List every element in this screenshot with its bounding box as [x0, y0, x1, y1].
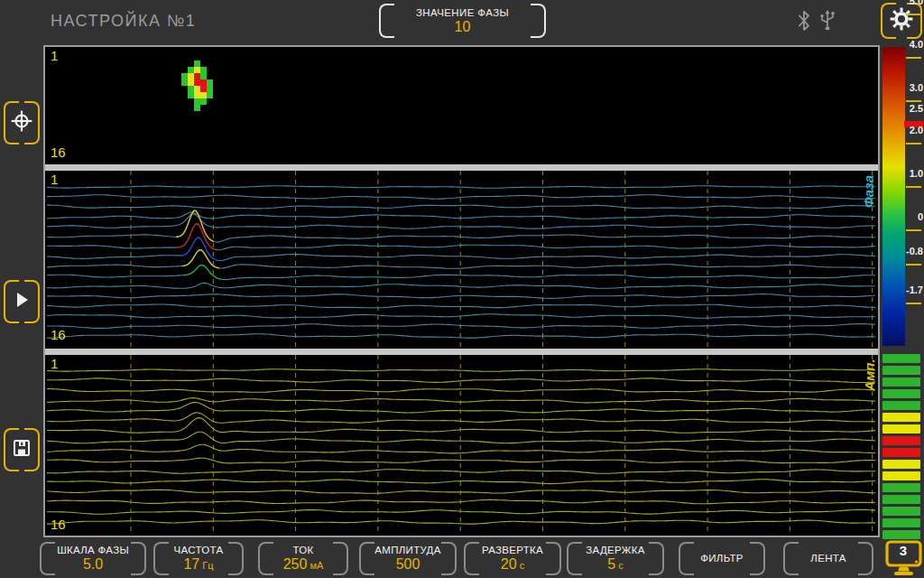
param-value: 250 мА	[283, 556, 324, 573]
heatmap-cell	[181, 73, 188, 79]
param-label: ЗАДЕРЖКА	[586, 545, 644, 556]
colorbar-tick	[906, 303, 921, 304]
heatmap-cell	[181, 79, 188, 86]
heatmap-cell	[200, 79, 207, 86]
colorbar-tick-label: 4.0	[901, 39, 923, 50]
heatmap-cell	[200, 86, 207, 92]
param-value: 20 с	[501, 556, 524, 573]
param-unit: с	[517, 560, 525, 571]
param-label: АМПЛИТУДА	[374, 545, 440, 556]
signal-trace	[47, 499, 875, 503]
amplitude-traces-panel	[45, 355, 878, 536]
channel-level-bar	[882, 436, 920, 445]
signal-trace	[47, 304, 875, 308]
heatmap-cell	[188, 79, 194, 86]
heatmap-cell	[207, 86, 213, 92]
colorbar-tick-label: 1.0	[901, 168, 923, 179]
channel-level-bar	[882, 413, 920, 422]
screen-select-button[interactable]: 3	[885, 540, 923, 576]
frequency-button[interactable]: ЧАСТОТА17 Гц	[153, 542, 244, 575]
param-label: ФИЛЬТР	[700, 553, 743, 564]
anomaly-peak	[178, 224, 216, 250]
param-label: ТОК	[292, 545, 313, 556]
panel-separator	[45, 164, 878, 171]
param-label: ЛЕНТА	[810, 553, 845, 564]
param-value: 5 с	[607, 556, 623, 573]
heatmap-cell	[194, 92, 200, 98]
current-button[interactable]: ТОК250 мА	[258, 542, 348, 575]
heatmap-cell	[194, 98, 200, 105]
channel-level-bar	[882, 483, 920, 492]
param-unit: Гц	[199, 560, 213, 571]
signal-trace	[47, 398, 875, 403]
phase-value-box[interactable]: ЗНАЧЕНИЕ ФАЗЫ 10	[379, 4, 546, 38]
phase-traces-panel	[45, 171, 878, 349]
heatmap-cell	[207, 92, 213, 98]
heatmap-channel-first-label: 1	[51, 48, 58, 63]
signal-trace	[47, 283, 875, 288]
heatmap-cell	[194, 67, 200, 73]
channel-level-bar	[882, 354, 920, 363]
param-unit: с	[615, 560, 624, 571]
signal-trace	[47, 369, 875, 372]
colorbar-tick	[906, 100, 921, 102]
heatmap-cell	[200, 92, 207, 98]
heatmap-cell	[188, 73, 194, 79]
colorbar-tick-label: 2.0	[901, 125, 923, 135]
param-label: ЧАСТОТА	[174, 545, 224, 556]
save-icon	[11, 437, 32, 462]
colorbar-tick-label: 3.0	[901, 82, 923, 93]
phase-axis-label: Фаза	[861, 164, 875, 219]
signal-trace	[47, 195, 875, 200]
signal-trace	[47, 389, 875, 393]
bluetooth-icon	[797, 9, 811, 36]
phase-scale-button[interactable]: ШКАЛА ФАЗЫ5.0	[40, 542, 146, 575]
channel-level-bar	[882, 401, 920, 410]
signal-trace	[47, 186, 875, 189]
colorbar-tick	[906, 143, 921, 144]
heatmap-cell	[200, 98, 207, 105]
channel-level-bar	[882, 518, 920, 527]
signal-trace	[47, 403, 875, 414]
heatmap-cell	[194, 79, 200, 86]
param-label: РАЗВЕРТКА	[482, 545, 543, 556]
sweep-button[interactable]: РАЗВЕРТКА20 с	[464, 542, 561, 575]
signal-trace	[47, 214, 875, 229]
colorbar-tick-label: 5.0	[901, 0, 923, 6]
amplitude-channel-first-label: 1	[51, 356, 58, 371]
heatmap-cell	[188, 92, 194, 98]
channel-level-bar	[882, 530, 920, 539]
filter-button[interactable]: ФИЛЬТР	[679, 542, 765, 575]
phase-channel-last-label: 16	[51, 327, 66, 342]
save-button[interactable]	[4, 428, 40, 471]
heatmap-cell	[188, 67, 194, 73]
play-button[interactable]	[4, 280, 40, 323]
heatmap-cell	[200, 73, 207, 79]
colorbar-tick	[906, 229, 921, 231]
signal-trace	[47, 520, 875, 524]
channel-level-bar	[882, 424, 920, 434]
signal-trace	[47, 470, 875, 474]
signal-trace	[47, 432, 875, 443]
crosshair-icon	[10, 109, 33, 136]
phase-value-label: ЗНАЧЕНИЕ ФАЗЫ	[416, 7, 509, 18]
crosshair-button[interactable]	[4, 101, 40, 144]
usb-icon	[818, 9, 837, 36]
colorbar-tick-label: 0	[901, 211, 923, 222]
page-title: НАСТРОЙКА №1	[51, 12, 196, 31]
heatmap-cell	[194, 61, 200, 67]
amplitude-button[interactable]: АМПЛИТУДА500	[359, 542, 457, 575]
signal-trace	[47, 458, 875, 463]
colorbar-tick-label: -1.7	[901, 284, 923, 295]
channel-level-bar	[882, 471, 920, 480]
colorbar-tick	[906, 14, 921, 15]
param-label: ШКАЛА ФАЗЫ	[57, 545, 129, 556]
signal-trace	[47, 238, 875, 261]
tape-button[interactable]: ЛЕНТА	[783, 542, 873, 575]
instrument-app: НАСТРОЙКА №1 ЗНАЧЕНИЕ ФАЗЫ 10	[0, 0, 924, 578]
heatmap-channel-last-label: 16	[51, 144, 66, 160]
channel-level-bar	[882, 460, 920, 469]
signal-trace	[47, 334, 875, 338]
colorbar-tick-label: -0.8	[901, 246, 923, 256]
delay-button[interactable]: ЗАДЕРЖКА5 с	[567, 542, 664, 575]
